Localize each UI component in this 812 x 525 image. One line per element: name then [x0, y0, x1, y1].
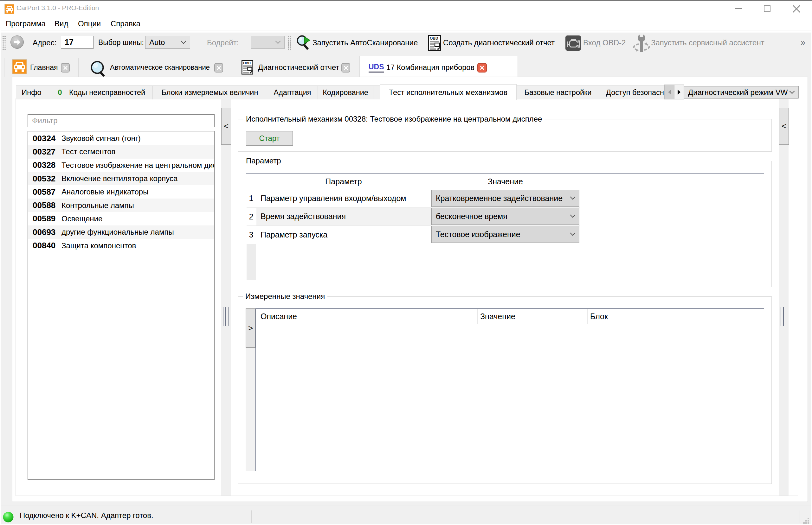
svg-text:OBD: OBD	[243, 61, 251, 65]
svg-text:OBD: OBD	[430, 36, 438, 41]
